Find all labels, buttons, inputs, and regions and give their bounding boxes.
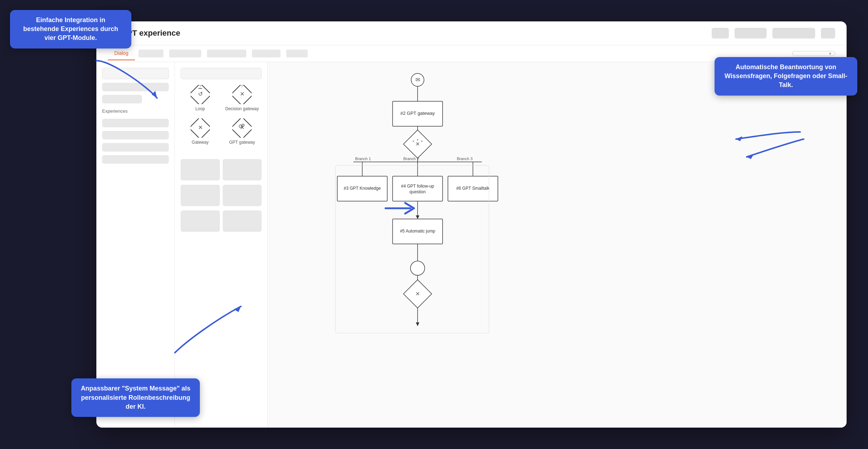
svg-text:#2 GPT gateway: #2 GPT gateway [400, 111, 435, 116]
palette-ph-5 [181, 210, 220, 232]
tooltip-auto-answer: Automatische Beantwortung von Wissensfra… [715, 57, 857, 96]
canvas-arrow [382, 198, 425, 219]
arrow-tooltip2 [171, 299, 243, 356]
tab-ph-3[interactable] [207, 50, 246, 57]
svg-text:?: ? [241, 85, 243, 88]
sidebar-item-4[interactable] [102, 155, 169, 164]
sidebar-item-2[interactable] [102, 131, 169, 139]
palette-ph-6 [223, 210, 262, 232]
svg-marker-52 [234, 306, 241, 312]
gateway-icon: ✕ [191, 118, 210, 138]
palette-search[interactable] [181, 68, 262, 79]
svg-point-44 [410, 261, 425, 275]
svg-text:✕: ✕ [198, 124, 202, 131]
svg-text:✕: ✕ [415, 141, 420, 147]
sidebar-item-1[interactable] [102, 119, 169, 127]
svg-marker-51 [152, 91, 157, 98]
svg-text:#5 Automatic jump: #5 Automatic jump [400, 229, 435, 234]
scene: My GPT experience Dialog Experience [0, 0, 868, 449]
sidebar: Experiences [96, 62, 175, 428]
header-btn-3[interactable] [772, 28, 815, 39]
tab-ph-4[interactable] [252, 50, 281, 57]
palette-ph-3 [181, 185, 220, 206]
svg-text:✕: ✕ [240, 91, 244, 97]
svg-text:question: question [409, 189, 425, 194]
svg-marker-54 [747, 154, 754, 159]
sidebar-item-3[interactable] [102, 143, 169, 152]
palette-items: ↺ ? Loop ✕ ? [181, 85, 262, 145]
tooltip-integration: Einfache Integration in bestehende Exper… [10, 10, 131, 49]
palette-ph-2 [223, 159, 262, 180]
svg-text:✉: ✉ [415, 77, 420, 83]
svg-point-22 [417, 139, 418, 141]
palette-item-gpt[interactable]: ✕ GPT gateway [223, 118, 262, 145]
tab-ph-2[interactable] [169, 50, 201, 57]
svg-text:Branch 3: Branch 3 [457, 157, 473, 161]
header-btn-4[interactable] [821, 28, 835, 39]
svg-text:?: ? [199, 85, 201, 88]
arrow-tooltip1 [89, 57, 161, 100]
palette-item-decision-label: Decision gateway [225, 106, 259, 111]
svg-marker-49 [416, 322, 419, 326]
app-content: Experiences ↺ [96, 62, 847, 428]
loop-icon: ↺ ? [191, 85, 210, 104]
decision-icon: ✕ ? [232, 85, 252, 104]
app-title: My GPT experience [108, 29, 706, 38]
tab-ph-5[interactable] [286, 50, 308, 57]
svg-text:#6 GPT Smalltalk: #6 GPT Smalltalk [456, 186, 490, 191]
app-header: My GPT experience [96, 21, 847, 45]
svg-point-21 [413, 141, 414, 142]
palette-item-loop-label: Loop [195, 106, 205, 111]
palette-item-decision[interactable]: ✕ ? Decision gateway [223, 85, 262, 111]
svg-text:Branch 2: Branch 2 [403, 157, 419, 161]
arrow-tooltip3b [743, 132, 807, 160]
svg-text:Branch 1: Branch 1 [355, 157, 371, 161]
canvas[interactable]: ✉ #2 GPT gateway ✕ [268, 62, 847, 428]
svg-point-23 [421, 141, 423, 142]
svg-text:#4 GPT follow-up: #4 GPT follow-up [401, 184, 434, 189]
sidebar-section-label: Experiences [102, 107, 169, 115]
palette-item-loop[interactable]: ↺ ? Loop [181, 85, 220, 111]
svg-text:✕: ✕ [415, 291, 420, 297]
header-btn-1[interactable] [712, 28, 729, 39]
palette: ↺ ? Loop ✕ ? [175, 62, 268, 428]
gpt-gateway-icon: ✕ [232, 118, 252, 138]
palette-ph-1 [181, 159, 220, 180]
palette-item-gpt-label: GPT gateway [229, 140, 255, 145]
tab-ph-1[interactable] [138, 50, 163, 57]
header-btn-2[interactable] [735, 28, 767, 39]
palette-item-gateway[interactable]: ✕ Gateway [181, 118, 220, 145]
palette-ph-4 [223, 185, 262, 206]
tooltip-system-message: Anpassbarer "System Message" als persona… [71, 378, 200, 417]
palette-item-gateway-label: Gateway [192, 140, 208, 145]
tab-dropdown[interactable] [792, 51, 835, 56]
svg-text:#3 GPT Knowledge: #3 GPT Knowledge [344, 186, 381, 191]
svg-text:↺: ↺ [198, 91, 202, 97]
